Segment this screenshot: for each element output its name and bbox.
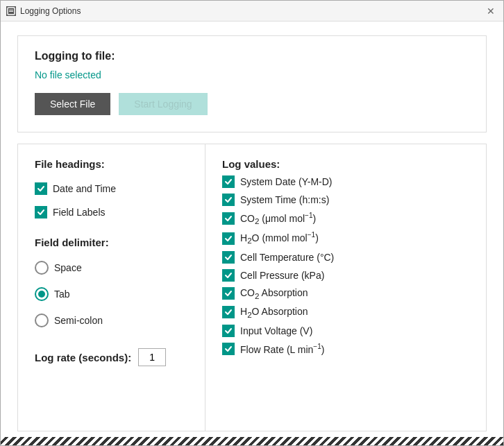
radio-tab[interactable]: Tab xyxy=(35,287,188,301)
main-window: Logging Options ✕ Logging to file: No fi… xyxy=(0,0,504,446)
log-value-flow-rate[interactable]: Flow Rate (L min−1) xyxy=(222,343,469,355)
log-rate-input[interactable] xyxy=(138,348,166,366)
top-section: Logging to file: No file selected Select… xyxy=(17,35,487,132)
log-value-system-time[interactable]: System Time (h:m:s) xyxy=(222,194,469,206)
log-value-h2o[interactable]: H2O (mmol mol−1) xyxy=(222,231,469,245)
log-value-cell-temp[interactable]: Cell Temperature (°C) xyxy=(222,251,469,264)
radio-space-icon xyxy=(35,261,49,275)
log-value-cell-pressure-label: Cell Pressure (kPa) xyxy=(240,270,324,281)
log-value-input-voltage[interactable]: Input Voltage (V) xyxy=(222,325,469,337)
log-value-h2o-label: H2O (mmol mol−1) xyxy=(240,231,319,245)
radio-space-label: Space xyxy=(54,262,82,273)
logging-to-file-title: Logging to file: xyxy=(35,50,469,62)
checkbox-cell-temp-icon xyxy=(222,251,235,264)
checkbox-field-labels-label: Field Labels xyxy=(53,207,106,218)
checkbox-cell-pressure-icon xyxy=(222,269,235,282)
checkbox-field-labels[interactable]: Field Labels xyxy=(35,206,188,218)
log-rate-row: Log rate (seconds): xyxy=(35,348,188,366)
checkbox-date-time-label: Date and Time xyxy=(53,183,116,194)
no-file-status: No file selected xyxy=(35,69,469,80)
title-bar-left: Logging Options xyxy=(6,6,81,16)
bottom-section: File headings: Date and Time Field Label… xyxy=(17,144,487,431)
log-value-co2[interactable]: CO2 (μmol mol−1) xyxy=(222,212,469,225)
log-value-h2o-absorption[interactable]: H2O Absorption xyxy=(222,306,469,319)
checkbox-system-time-icon xyxy=(222,194,235,206)
log-value-input-voltage-label: Input Voltage (V) xyxy=(240,325,312,336)
file-headings-title: File headings: xyxy=(35,158,188,170)
checkbox-field-labels-icon xyxy=(35,206,47,218)
log-rate-label: Log rate (seconds): xyxy=(35,352,131,363)
checkbox-h2o-absorption-icon xyxy=(222,306,235,318)
radio-tab-icon xyxy=(35,287,49,301)
bottom-decoration xyxy=(1,437,503,445)
file-buttons-row: Select File Start Logging xyxy=(35,93,469,115)
checkbox-flow-rate-icon xyxy=(222,343,235,355)
log-value-co2-absorption[interactable]: CO2 Absorption xyxy=(222,287,469,300)
log-value-system-date-label: System Date (Y-M-D) xyxy=(240,176,333,187)
svg-rect-1 xyxy=(9,10,13,10)
log-value-flow-rate-label: Flow Rate (L min−1) xyxy=(240,343,324,355)
field-delimiter-title: Field delimiter: xyxy=(35,237,188,248)
radio-space[interactable]: Space xyxy=(35,261,188,275)
radio-tab-label: Tab xyxy=(54,289,70,300)
checkbox-input-voltage-icon xyxy=(222,325,235,337)
checkbox-co2-icon xyxy=(222,212,235,225)
radio-semicolon[interactable]: Semi-colon xyxy=(35,314,188,327)
log-values-title: Log values: xyxy=(222,158,469,170)
checkbox-date-time-icon xyxy=(35,182,47,195)
window-icon xyxy=(6,6,16,16)
log-value-co2-absorption-label: CO2 Absorption xyxy=(240,287,308,300)
log-value-system-date[interactable]: System Date (Y-M-D) xyxy=(222,175,469,188)
log-value-system-time-label: System Time (h:m:s) xyxy=(240,194,329,205)
log-value-h2o-absorption-label: H2O Absorption xyxy=(240,306,308,319)
checkbox-co2-absorption-icon xyxy=(222,287,235,300)
log-value-cell-pressure[interactable]: Cell Pressure (kPa) xyxy=(222,269,469,282)
title-bar: Logging Options ✕ xyxy=(1,1,503,22)
start-logging-button[interactable]: Start Logging xyxy=(119,93,207,115)
close-button[interactable]: ✕ xyxy=(484,4,498,18)
radio-semicolon-label: Semi-colon xyxy=(54,315,103,326)
select-file-button[interactable]: Select File xyxy=(35,93,110,115)
radio-semicolon-icon xyxy=(35,314,49,327)
left-panel: File headings: Date and Time Field Label… xyxy=(18,144,205,431)
svg-rect-2 xyxy=(9,11,13,12)
right-panel: Log values: System Date (Y-M-D) System T… xyxy=(205,144,486,431)
window-title: Logging Options xyxy=(20,6,81,16)
log-value-cell-temp-label: Cell Temperature (°C) xyxy=(240,252,334,263)
log-value-co2-label: CO2 (μmol mol−1) xyxy=(240,212,316,225)
checkbox-system-date-icon xyxy=(222,175,235,188)
checkbox-h2o-icon xyxy=(222,232,235,245)
main-content: Logging to file: No file selected Select… xyxy=(1,22,503,445)
checkbox-date-time[interactable]: Date and Time xyxy=(35,182,188,195)
